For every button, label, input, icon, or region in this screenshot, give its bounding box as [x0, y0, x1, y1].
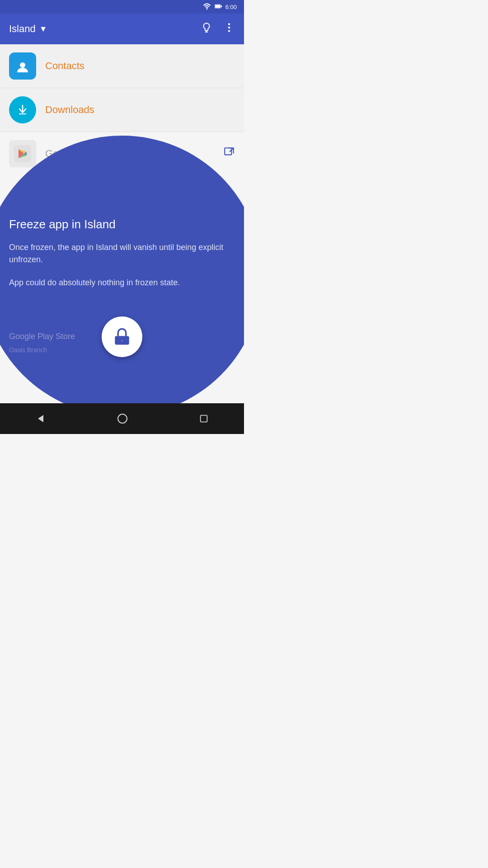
lock-icon: [113, 327, 131, 346]
home-button[interactable]: [117, 413, 128, 424]
nav-bar: [0, 403, 244, 434]
playstore-app-icon: [9, 140, 36, 167]
freeze-info-card: Freeze app in Island Once frozen, the ap…: [0, 136, 244, 416]
freeze-description-1: Once frozen, the app in Island will vani…: [9, 241, 235, 266]
app-bar-actions: [201, 22, 235, 36]
downloads-app-icon: [9, 96, 36, 123]
svg-rect-2: [221, 5, 222, 7]
back-button[interactable]: [35, 413, 46, 424]
svg-point-18: [118, 414, 127, 423]
list-item[interactable]: Contacts: [0, 44, 244, 88]
svg-point-5: [228, 23, 230, 25]
lightbulb-icon[interactable]: [201, 22, 212, 36]
contacts-label: Contacts: [45, 60, 84, 72]
list-item[interactable]: Downloads: [0, 88, 244, 132]
status-bar: 6:00: [0, 0, 244, 14]
recents-button[interactable]: [199, 414, 209, 424]
downloads-label: Downloads: [45, 104, 94, 116]
svg-marker-17: [38, 415, 43, 422]
battery-icon: [215, 3, 222, 11]
dropdown-arrow-icon[interactable]: ▼: [39, 24, 47, 34]
wifi-icon: [203, 3, 211, 11]
external-link-icon[interactable]: [223, 146, 235, 161]
svg-rect-19: [200, 415, 207, 422]
svg-point-0: [206, 8, 207, 9]
svg-rect-11: [19, 113, 26, 114]
svg-rect-3: [215, 5, 220, 8]
contacts-app-icon: [9, 52, 36, 80]
app-bar: Island ▼: [0, 14, 244, 44]
app-name-label: Island: [9, 23, 36, 35]
freeze-title: Freeze app in Island: [9, 217, 116, 232]
svg-point-9: [20, 62, 25, 68]
svg-point-6: [228, 27, 230, 28]
app-title[interactable]: Island ▼: [9, 23, 201, 35]
svg-point-7: [228, 30, 230, 32]
more-options-icon[interactable]: [223, 22, 235, 36]
freeze-description-2: App could do absolutely nothing in froze…: [9, 277, 180, 289]
freeze-fab-button[interactable]: [102, 316, 142, 357]
status-time: 6:00: [225, 4, 237, 10]
svg-point-16: [121, 340, 123, 342]
